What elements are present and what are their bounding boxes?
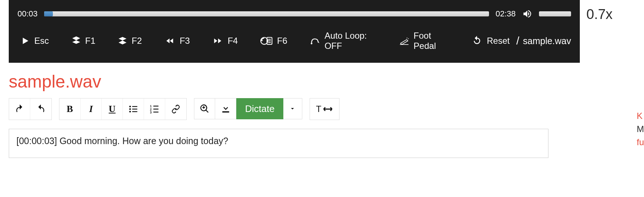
transcript-editor[interactable]: [00:00:03] Good morning. How are you doi… xyxy=(9,129,548,158)
svg-rect-12 xyxy=(132,111,137,112)
document-title: sample.wav xyxy=(9,72,644,92)
speed-up-key-label: F2 xyxy=(132,36,142,46)
slash-icon: / xyxy=(516,35,519,47)
svg-point-8 xyxy=(129,108,131,110)
forward-key-label: F4 xyxy=(228,36,238,46)
bullet-list-button[interactable] xyxy=(123,98,144,120)
svg-rect-10 xyxy=(132,106,137,107)
forward-button[interactable]: F4 xyxy=(209,34,241,47)
speed-down-button[interactable]: F1 xyxy=(69,34,98,47)
text-width-button[interactable]: T xyxy=(310,98,339,120)
underline-button[interactable]: U xyxy=(102,98,123,120)
svg-point-5 xyxy=(311,43,312,44)
italic-button[interactable]: I xyxy=(81,98,102,120)
side-line3: fu xyxy=(637,136,644,149)
svg-rect-17 xyxy=(153,109,158,109)
zoom-in-button[interactable] xyxy=(194,98,215,119)
current-file-label: sample.wav xyxy=(523,36,571,46)
timestamp-key-label: F6 xyxy=(277,36,287,46)
svg-text:3: 3 xyxy=(150,111,152,114)
speed-up-button[interactable]: F2 xyxy=(115,34,145,47)
dictate-dropdown-button[interactable] xyxy=(283,98,302,119)
numbered-list-button[interactable]: 123 xyxy=(144,98,165,120)
svg-point-7 xyxy=(129,106,131,108)
footpedal-button[interactable]: Foot Pedal xyxy=(396,29,452,53)
download-button[interactable] xyxy=(215,98,236,119)
svg-point-9 xyxy=(129,111,131,113)
svg-rect-11 xyxy=(132,109,137,109)
play-key-label: Esc xyxy=(34,36,49,46)
reset-button[interactable]: Reset xyxy=(469,34,513,48)
side-line2: M xyxy=(637,123,644,136)
autoloop-label: Auto Loop: OFF xyxy=(325,31,377,51)
link-button[interactable] xyxy=(165,98,186,120)
reset-label: Reset xyxy=(487,36,510,46)
volume-icon[interactable] xyxy=(522,9,532,19)
dictate-button[interactable]: Dictate xyxy=(236,98,283,119)
current-time: 00:03 xyxy=(18,9,38,19)
bold-button[interactable]: B xyxy=(59,98,81,120)
redo-button[interactable] xyxy=(30,98,51,120)
editor-toolbar: B I U 123 Dictate T xyxy=(9,98,644,120)
footpedal-label: Foot Pedal xyxy=(414,31,449,51)
side-panel-cut: K M fu xyxy=(637,109,644,149)
progress-slider[interactable] xyxy=(44,11,489,16)
volume-slider[interactable] xyxy=(539,11,571,16)
speed-down-key-label: F1 xyxy=(85,36,96,46)
svg-rect-16 xyxy=(153,106,158,107)
side-line1: K xyxy=(637,109,644,123)
rewind-button[interactable]: F3 xyxy=(162,34,193,47)
undo-button[interactable] xyxy=(9,98,30,120)
insert-timestamp-button[interactable]: F6 xyxy=(257,34,290,48)
audio-player: 00:03 02:38 Esc F1 F2 xyxy=(9,0,580,63)
autoloop-button[interactable]: Auto Loop: OFF xyxy=(307,29,380,53)
playback-speed[interactable]: 0.7x xyxy=(580,0,613,22)
rewind-key-label: F3 xyxy=(180,36,190,46)
current-file: / sample.wav xyxy=(516,35,571,47)
svg-rect-18 xyxy=(153,112,158,112)
total-time: 02:38 xyxy=(496,9,516,19)
play-button[interactable]: Esc xyxy=(18,34,52,47)
